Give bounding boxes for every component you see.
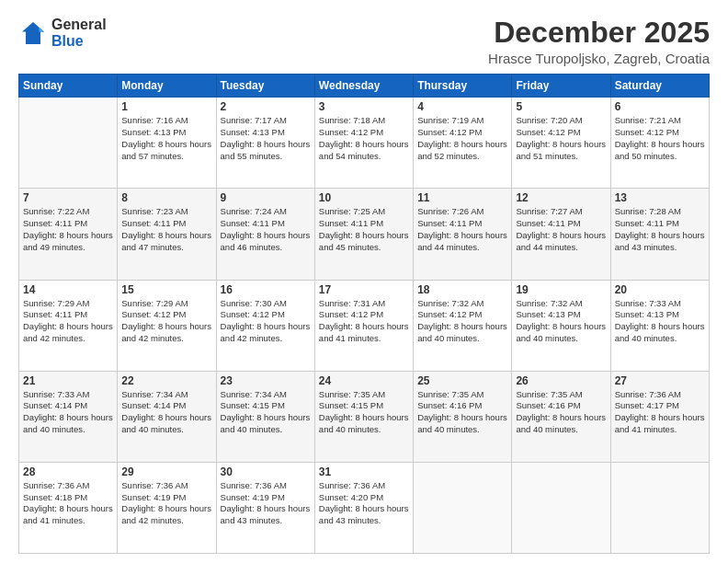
day-number: 29 <box>121 465 211 478</box>
weekday-header-thursday: Thursday <box>414 75 512 98</box>
calendar-cell: 4Sunrise: 7:19 AMSunset: 4:12 PMDaylight… <box>414 98 512 189</box>
day-number: 26 <box>516 374 606 387</box>
day-info: Sunrise: 7:21 AMSunset: 4:12 PMDaylight:… <box>615 115 705 162</box>
day-info: Sunrise: 7:28 AMSunset: 4:11 PMDaylight:… <box>615 206 705 253</box>
day-info: Sunrise: 7:26 AMSunset: 4:11 PMDaylight:… <box>417 206 507 253</box>
calendar-cell: 21Sunrise: 7:33 AMSunset: 4:14 PMDayligh… <box>19 371 118 462</box>
calendar-cell: 11Sunrise: 7:26 AMSunset: 4:11 PMDayligh… <box>414 189 512 280</box>
day-number: 2 <box>221 100 311 113</box>
calendar-cell: 28Sunrise: 7:36 AMSunset: 4:18 PMDayligh… <box>19 462 118 553</box>
day-info: Sunrise: 7:32 AMSunset: 4:12 PMDaylight:… <box>417 298 507 345</box>
weekday-header-saturday: Saturday <box>610 75 709 98</box>
day-number: 23 <box>221 374 311 387</box>
day-number: 14 <box>23 283 113 296</box>
calendar-cell: 24Sunrise: 7:35 AMSunset: 4:15 PMDayligh… <box>314 371 413 462</box>
title-section: December 2025 Hrasce Turopoljsko, Zagreb… <box>488 17 710 66</box>
day-info: Sunrise: 7:36 AMSunset: 4:18 PMDaylight:… <box>23 480 113 527</box>
day-info: Sunrise: 7:20 AMSunset: 4:12 PMDaylight:… <box>516 115 606 162</box>
logo-icon <box>18 18 48 48</box>
day-info: Sunrise: 7:36 AMSunset: 4:19 PMDaylight:… <box>221 480 311 527</box>
calendar-cell: 13Sunrise: 7:28 AMSunset: 4:11 PMDayligh… <box>610 189 709 280</box>
calendar-cell: 29Sunrise: 7:36 AMSunset: 4:19 PMDayligh… <box>118 462 216 553</box>
calendar-cell <box>512 462 610 553</box>
calendar-cell: 17Sunrise: 7:31 AMSunset: 4:12 PMDayligh… <box>314 280 413 371</box>
day-number: 5 <box>516 100 606 113</box>
calendar-cell: 7Sunrise: 7:22 AMSunset: 4:11 PMDaylight… <box>19 189 118 280</box>
calendar-cell: 27Sunrise: 7:36 AMSunset: 4:17 PMDayligh… <box>610 371 709 462</box>
calendar-cell: 19Sunrise: 7:32 AMSunset: 4:13 PMDayligh… <box>512 280 610 371</box>
calendar-cell: 6Sunrise: 7:21 AMSunset: 4:12 PMDaylight… <box>610 98 709 189</box>
day-info: Sunrise: 7:22 AMSunset: 4:11 PMDaylight:… <box>23 206 113 253</box>
day-info: Sunrise: 7:27 AMSunset: 4:11 PMDaylight:… <box>516 206 606 253</box>
calendar-table: SundayMondayTuesdayWednesdayThursdayFrid… <box>18 74 710 554</box>
day-info: Sunrise: 7:30 AMSunset: 4:12 PMDaylight:… <box>221 298 311 345</box>
day-info: Sunrise: 7:36 AMSunset: 4:20 PMDaylight:… <box>319 480 409 527</box>
calendar-week-row: 21Sunrise: 7:33 AMSunset: 4:14 PMDayligh… <box>19 371 710 462</box>
calendar-cell: 9Sunrise: 7:24 AMSunset: 4:11 PMDaylight… <box>216 189 314 280</box>
calendar-week-row: 28Sunrise: 7:36 AMSunset: 4:18 PMDayligh… <box>19 462 710 553</box>
day-info: Sunrise: 7:25 AMSunset: 4:11 PMDaylight:… <box>319 206 409 253</box>
calendar-cell: 16Sunrise: 7:30 AMSunset: 4:12 PMDayligh… <box>216 280 314 371</box>
day-info: Sunrise: 7:32 AMSunset: 4:13 PMDaylight:… <box>516 298 606 345</box>
calendar-cell <box>414 462 512 553</box>
svg-marker-0 <box>22 22 44 44</box>
day-info: Sunrise: 7:35 AMSunset: 4:16 PMDaylight:… <box>417 389 507 436</box>
day-info: Sunrise: 7:34 AMSunset: 4:15 PMDaylight:… <box>221 389 311 436</box>
day-number: 24 <box>319 374 409 387</box>
calendar-cell: 18Sunrise: 7:32 AMSunset: 4:12 PMDayligh… <box>414 280 512 371</box>
day-info: Sunrise: 7:35 AMSunset: 4:16 PMDaylight:… <box>516 389 606 436</box>
day-number: 1 <box>121 100 211 113</box>
calendar-cell <box>610 462 709 553</box>
calendar-cell: 20Sunrise: 7:33 AMSunset: 4:13 PMDayligh… <box>610 280 709 371</box>
day-number: 7 <box>23 191 113 204</box>
logo-text: General Blue <box>51 17 107 51</box>
day-number: 30 <box>221 465 311 478</box>
day-info: Sunrise: 7:35 AMSunset: 4:15 PMDaylight:… <box>319 389 409 436</box>
calendar-week-row: 7Sunrise: 7:22 AMSunset: 4:11 PMDaylight… <box>19 189 710 280</box>
calendar-cell: 25Sunrise: 7:35 AMSunset: 4:16 PMDayligh… <box>414 371 512 462</box>
calendar-cell: 23Sunrise: 7:34 AMSunset: 4:15 PMDayligh… <box>216 371 314 462</box>
day-number: 9 <box>221 191 311 204</box>
calendar-cell: 26Sunrise: 7:35 AMSunset: 4:16 PMDayligh… <box>512 371 610 462</box>
weekday-header-friday: Friday <box>512 75 610 98</box>
location-title: Hrasce Turopoljsko, Zagreb, Croatia <box>488 51 710 66</box>
weekday-header-wednesday: Wednesday <box>314 75 413 98</box>
day-info: Sunrise: 7:24 AMSunset: 4:11 PMDaylight:… <box>221 206 311 253</box>
day-number: 4 <box>417 100 507 113</box>
calendar-cell <box>19 98 118 189</box>
day-number: 19 <box>516 283 606 296</box>
day-number: 6 <box>615 100 705 113</box>
calendar-cell: 14Sunrise: 7:29 AMSunset: 4:11 PMDayligh… <box>19 280 118 371</box>
day-number: 31 <box>319 465 409 478</box>
day-number: 11 <box>417 191 507 204</box>
day-info: Sunrise: 7:36 AMSunset: 4:17 PMDaylight:… <box>615 389 705 436</box>
weekday-header-row: SundayMondayTuesdayWednesdayThursdayFrid… <box>19 75 710 98</box>
logo: General Blue <box>18 17 107 51</box>
weekday-header-monday: Monday <box>118 75 216 98</box>
calendar-cell: 2Sunrise: 7:17 AMSunset: 4:13 PMDaylight… <box>216 98 314 189</box>
page: General Blue December 2025 Hrasce Turopo… <box>0 0 728 563</box>
day-number: 15 <box>121 283 211 296</box>
calendar-cell: 3Sunrise: 7:18 AMSunset: 4:12 PMDaylight… <box>314 98 413 189</box>
weekday-header-sunday: Sunday <box>19 75 118 98</box>
day-info: Sunrise: 7:23 AMSunset: 4:11 PMDaylight:… <box>121 206 211 253</box>
day-info: Sunrise: 7:29 AMSunset: 4:12 PMDaylight:… <box>121 298 211 345</box>
day-number: 12 <box>516 191 606 204</box>
calendar-cell: 1Sunrise: 7:16 AMSunset: 4:13 PMDaylight… <box>118 98 216 189</box>
day-number: 8 <box>121 191 211 204</box>
calendar-week-row: 14Sunrise: 7:29 AMSunset: 4:11 PMDayligh… <box>19 280 710 371</box>
calendar-cell: 22Sunrise: 7:34 AMSunset: 4:14 PMDayligh… <box>118 371 216 462</box>
day-info: Sunrise: 7:34 AMSunset: 4:14 PMDaylight:… <box>121 389 211 436</box>
day-number: 13 <box>615 191 705 204</box>
day-number: 16 <box>221 283 311 296</box>
calendar-cell: 12Sunrise: 7:27 AMSunset: 4:11 PMDayligh… <box>512 189 610 280</box>
day-info: Sunrise: 7:17 AMSunset: 4:13 PMDaylight:… <box>221 115 311 162</box>
day-info: Sunrise: 7:16 AMSunset: 4:13 PMDaylight:… <box>121 115 211 162</box>
calendar-cell: 10Sunrise: 7:25 AMSunset: 4:11 PMDayligh… <box>314 189 413 280</box>
calendar-cell: 31Sunrise: 7:36 AMSunset: 4:20 PMDayligh… <box>314 462 413 553</box>
weekday-header-tuesday: Tuesday <box>216 75 314 98</box>
day-number: 21 <box>23 374 113 387</box>
day-number: 25 <box>417 374 507 387</box>
day-number: 22 <box>121 374 211 387</box>
day-info: Sunrise: 7:18 AMSunset: 4:12 PMDaylight:… <box>319 115 409 162</box>
